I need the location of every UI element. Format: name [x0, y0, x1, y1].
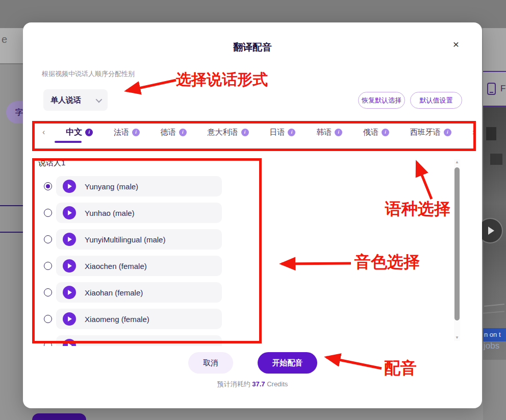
- start-dubbing-button[interactable]: 开始配音: [258, 352, 317, 374]
- voice-option[interactable]: Xiaohan (female): [56, 282, 222, 303]
- play-icon[interactable]: [63, 312, 76, 326]
- info-icon[interactable]: i: [382, 129, 389, 136]
- tab-japanese[interactable]: 日语 i: [269, 128, 295, 137]
- voice-row: Yunhao (male): [23, 203, 247, 223]
- radio[interactable]: [44, 315, 52, 323]
- info-icon[interactable]: i: [444, 129, 451, 136]
- voice-option[interactable]: Xiaomeng (female): [56, 309, 222, 329]
- dialog-title: 翻译配音: [23, 41, 482, 54]
- radio[interactable]: [44, 209, 52, 217]
- voice-option[interactable]: Xiaochen (female): [56, 256, 222, 276]
- photo-detail: [490, 154, 502, 165]
- language-tabs: ‹ 中文 i 法语 i 德语 i 意大利语 i 日语 i 韩语 i 俄语 i: [42, 125, 475, 140]
- voice-list: 说话人1 Yunyang (male) Yunhao (male) YunyiM…: [23, 155, 482, 346]
- tab-spanish[interactable]: 西班牙语 i: [410, 128, 451, 137]
- close-icon[interactable]: ×: [449, 38, 463, 51]
- background-partial-toolbar-button[interactable]: F: [483, 72, 506, 106]
- photo-detail: [483, 311, 504, 314]
- voice-row: Xiaohan (female): [23, 282, 247, 303]
- scrollbar-down-icon[interactable]: ▼: [454, 335, 460, 341]
- divider: [0, 232, 23, 233]
- video-caption: n on t: [483, 328, 506, 341]
- background-partial-button-label: F: [500, 84, 505, 94]
- info-icon[interactable]: i: [132, 129, 140, 136]
- radio[interactable]: [44, 262, 52, 270]
- tab-italian[interactable]: 意大利语 i: [208, 128, 249, 137]
- active-tab-underline: [55, 141, 82, 143]
- voice-row: [23, 335, 247, 346]
- voice-option[interactable]: [56, 335, 222, 346]
- radio[interactable]: [44, 341, 52, 346]
- restore-defaults-button[interactable]: 恢复默认选择: [358, 92, 405, 109]
- background-partial-text: e: [2, 34, 7, 45]
- play-icon[interactable]: [63, 206, 76, 219]
- voice-option[interactable]: Yunhao (male): [56, 203, 222, 223]
- info-icon[interactable]: i: [179, 129, 187, 136]
- voice-row: Yunyang (male): [23, 176, 247, 196]
- info-icon[interactable]: i: [85, 129, 93, 136]
- tab-chinese[interactable]: 中文 i: [66, 127, 93, 138]
- tab-german[interactable]: 德语 i: [161, 128, 187, 137]
- play-icon[interactable]: [63, 233, 76, 246]
- voice-option[interactable]: YunyiMultilingual (male): [56, 229, 222, 250]
- scrollbar-up-icon[interactable]: ▲: [454, 159, 460, 165]
- scrollbar-thumb[interactable]: [454, 167, 460, 320]
- divider: [0, 63, 23, 64]
- background-partial-button[interactable]: [32, 413, 86, 420]
- radio[interactable]: [44, 288, 52, 297]
- video-caption-secondary: jobs: [484, 341, 506, 351]
- photo-detail: [484, 304, 504, 307]
- radio[interactable]: [44, 235, 52, 243]
- device-icon: [487, 83, 496, 95]
- tab-korean[interactable]: 韩语 i: [316, 128, 342, 137]
- info-icon[interactable]: i: [288, 129, 295, 136]
- info-icon[interactable]: i: [241, 129, 249, 136]
- voice-row: Xiaomeng (female): [23, 309, 247, 329]
- info-icon[interactable]: i: [335, 129, 342, 136]
- cancel-button[interactable]: 取消: [188, 352, 233, 374]
- radio-selected[interactable]: [44, 182, 52, 190]
- tabs-next-icon[interactable]: ›: [472, 125, 475, 140]
- play-icon[interactable]: [63, 180, 76, 193]
- speaker-mode-select[interactable]: 单人说话: [43, 89, 108, 111]
- play-icon[interactable]: [63, 339, 76, 346]
- divider: [0, 205, 23, 206]
- background-panel: [483, 360, 506, 420]
- gender-assignment-note: 根据视频中说话人顺序分配性别: [42, 69, 135, 79]
- voice-row: YunyiMultilingual (male): [23, 229, 247, 250]
- chevron-down-icon: [96, 96, 103, 103]
- speaker-mode-value: 单人说话: [50, 95, 96, 105]
- credits-value: 37.7: [252, 380, 265, 388]
- voice-option[interactable]: Yunyang (male): [56, 176, 222, 196]
- photo-detail: [486, 127, 496, 140]
- tab-russian[interactable]: 俄语 i: [363, 128, 389, 137]
- play-icon[interactable]: [63, 286, 76, 299]
- credits-estimate: 预计消耗约 37.7 Credits: [23, 380, 482, 389]
- tab-french[interactable]: 法语 i: [114, 128, 140, 137]
- translate-dubbing-dialog: 翻译配音 × 根据视频中说话人顺序分配性别 单人说话 恢复默认选择 默认值设置 …: [23, 22, 482, 408]
- voice-row: Xiaochen (female): [23, 256, 247, 276]
- play-icon[interactable]: [63, 259, 76, 273]
- speaker-group-label: 说话人1: [38, 158, 65, 168]
- default-settings-button[interactable]: 默认值设置: [410, 92, 462, 109]
- tabs-prev-icon[interactable]: ‹: [42, 125, 45, 140]
- background-panel: [483, 28, 506, 71]
